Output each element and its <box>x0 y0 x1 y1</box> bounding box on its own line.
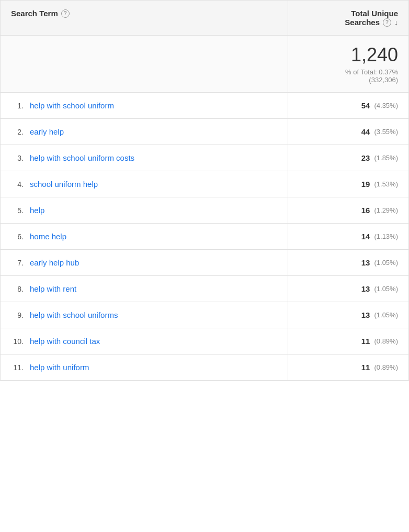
row-rank: 9. <box>11 311 24 319</box>
row-rank: 5. <box>11 206 24 215</box>
search-pct: (3.55%) <box>374 128 398 136</box>
term-link[interactable]: help with uniform <box>30 363 89 372</box>
search-pct: (0.89%) <box>374 363 398 371</box>
term-link[interactable]: help <box>30 206 44 215</box>
term-link[interactable]: help with school uniform costs <box>30 153 134 162</box>
table-row: 9. help with school uniforms 13 (1.05%) <box>1 302 408 328</box>
search-pct: (0.89%) <box>374 337 398 345</box>
row-rank: 11. <box>11 363 24 372</box>
search-count: 54 <box>361 101 370 110</box>
term-help-icon[interactable]: ? <box>61 9 70 18</box>
term-link[interactable]: early help <box>30 127 64 136</box>
header-searches-label: Total Unique <box>351 9 398 18</box>
search-count: 14 <box>361 232 370 241</box>
searches-col: 11 (0.89%) <box>288 328 408 354</box>
term-col: 3. help with school uniform costs <box>1 145 288 171</box>
sort-icon[interactable]: ↓ <box>394 18 398 27</box>
search-pct: (1.85%) <box>374 154 398 162</box>
term-col: 4. school uniform help <box>1 171 288 197</box>
search-count: 13 <box>361 258 370 267</box>
table-row: 3. help with school uniform costs 23 (1.… <box>1 145 408 171</box>
term-col: 10. help with council tax <box>1 328 288 354</box>
search-count: 11 <box>361 363 370 372</box>
term-col: 1. help with school uniform <box>1 93 288 118</box>
searches-col: 11 (0.89%) <box>288 354 408 380</box>
search-pct: (1.05%) <box>374 311 398 319</box>
searches-col: 13 (1.05%) <box>288 302 408 328</box>
searches-col: 16 (1.29%) <box>288 197 408 223</box>
searches-col: 44 (3.55%) <box>288 119 408 145</box>
header-term-col: Search Term ? <box>1 1 288 35</box>
row-rank: 6. <box>11 232 24 241</box>
search-count: 13 <box>361 284 370 293</box>
summary-term-col <box>1 36 288 92</box>
search-count: 16 <box>361 206 370 215</box>
search-pct: (1.13%) <box>374 232 398 240</box>
header-term-label: Search Term <box>11 9 58 18</box>
search-terms-table: Search Term ? Total Unique Searches ? ↓ <box>0 0 409 381</box>
search-pct: (1.53%) <box>374 180 398 188</box>
searches-col: 19 (1.53%) <box>288 171 408 197</box>
search-count: 13 <box>361 311 370 319</box>
table-row: 5. help 16 (1.29%) <box>1 197 408 224</box>
term-link[interactable]: help with school uniforms <box>30 311 118 319</box>
term-link[interactable]: help with council tax <box>30 337 100 346</box>
term-col: 5. help <box>1 197 288 223</box>
table-row: 10. help with council tax 11 (0.89%) <box>1 328 408 354</box>
term-col: 8. help with rent <box>1 276 288 302</box>
term-link[interactable]: help with rent <box>30 284 76 293</box>
table-row: 1. help with school uniform 54 (4.35%) <box>1 93 408 119</box>
table-row: 2. early help 44 (3.55%) <box>1 119 408 145</box>
term-link[interactable]: home help <box>30 232 66 241</box>
term-col: 11. help with uniform <box>1 354 288 380</box>
search-count: 23 <box>361 153 370 162</box>
data-rows-container: 1. help with school uniform 54 (4.35%) 2… <box>1 93 408 380</box>
total-count: 1,240 <box>299 44 398 66</box>
searches-col: 23 (1.85%) <box>288 145 408 171</box>
table-row: 7. early help hub 13 (1.05%) <box>1 250 408 276</box>
term-link[interactable]: school uniform help <box>30 180 98 189</box>
term-col: 7. early help hub <box>1 250 288 275</box>
summary-row: 1,240 % of Total: 0.37% (332,306) <box>1 36 408 93</box>
term-col: 6. home help <box>1 224 288 249</box>
searches-col: 13 (1.05%) <box>288 250 408 275</box>
search-pct: (4.35%) <box>374 102 398 109</box>
table-row: 11. help with uniform 11 (0.89%) <box>1 354 408 380</box>
search-count: 19 <box>361 180 370 189</box>
term-link[interactable]: early help hub <box>30 258 79 267</box>
search-count: 44 <box>361 127 370 136</box>
row-rank: 8. <box>11 285 24 293</box>
row-rank: 3. <box>11 154 24 162</box>
search-pct: (1.29%) <box>374 206 398 214</box>
summary-searches-col: 1,240 % of Total: 0.37% (332,306) <box>288 36 408 92</box>
searches-col: 13 (1.05%) <box>288 276 408 302</box>
row-rank: 10. <box>11 337 24 346</box>
row-rank: 4. <box>11 180 24 189</box>
search-count: 11 <box>361 337 370 346</box>
header-searches-col: Total Unique Searches ? ↓ <box>288 1 408 35</box>
row-rank: 1. <box>11 102 24 110</box>
table-row: 4. school uniform help 19 (1.53%) <box>1 171 408 197</box>
table-header: Search Term ? Total Unique Searches ? ↓ <box>1 1 408 36</box>
term-link[interactable]: help with school uniform <box>30 101 114 110</box>
row-rank: 7. <box>11 259 24 267</box>
summary-percent: % of Total: 0.37% (332,306) <box>299 68 398 84</box>
search-pct: (1.05%) <box>374 285 398 293</box>
term-col: 2. early help <box>1 119 288 145</box>
row-rank: 2. <box>11 128 24 136</box>
table-row: 6. home help 14 (1.13%) <box>1 224 408 250</box>
term-col: 9. help with school uniforms <box>1 302 288 328</box>
header-searches-label2: Searches <box>345 18 380 27</box>
table-row: 8. help with rent 13 (1.05%) <box>1 276 408 302</box>
searches-col: 54 (4.35%) <box>288 93 408 118</box>
searches-col: 14 (1.13%) <box>288 224 408 249</box>
searches-help-icon[interactable]: ? <box>383 18 391 27</box>
search-pct: (1.05%) <box>374 259 398 267</box>
